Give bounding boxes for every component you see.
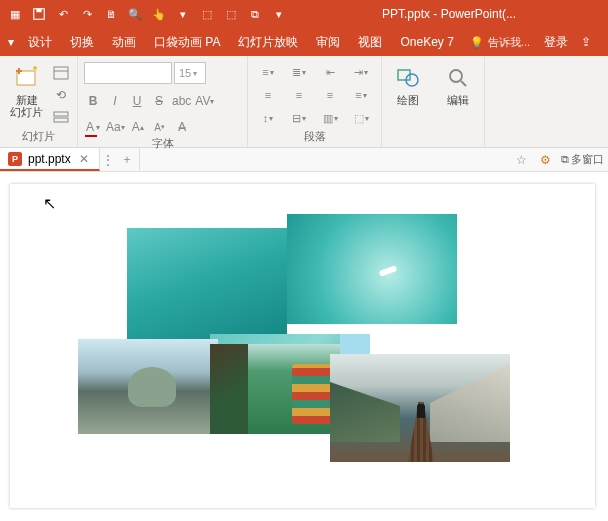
ribbon: 新建 幻灯片 ⟲ 幻灯片 15▾ B I U S abc AV▾ xyxy=(0,56,608,148)
sign-in-button[interactable]: 登录 xyxy=(538,34,574,51)
font-name-combo[interactable] xyxy=(84,62,172,84)
tab-transitions[interactable]: 切换 xyxy=(62,28,102,56)
editing-button[interactable]: 编辑 xyxy=(438,62,478,108)
shrink-font-button[interactable]: A▾ xyxy=(151,118,169,136)
svg-rect-6 xyxy=(54,112,68,116)
image-tropical-signs[interactable] xyxy=(210,344,340,434)
document-tab[interactable]: P ppt.pptx ✕ xyxy=(0,148,100,171)
ribbon-tab-strip: ▾ 设计 切换 动画 口袋动画 PA 幻灯片放映 审阅 视图 OneKey 7 … xyxy=(0,28,608,56)
close-tab-button[interactable]: ✕ xyxy=(77,152,91,166)
grow-font-button[interactable]: A▴ xyxy=(129,118,147,136)
tab-slideshow[interactable]: 幻灯片放映 xyxy=(230,28,306,56)
columns-button[interactable]: ▥▾ xyxy=(316,108,344,128)
group-font: 15▾ B I U S abc AV▾ A▾ Aa▾ A▴ A▾ A̶ 字体 xyxy=(78,56,248,147)
char-spacing-button[interactable]: AV▾ xyxy=(195,92,214,110)
image-person-detail xyxy=(417,404,425,418)
shadow-button[interactable]: abc xyxy=(172,92,191,110)
qa-save-icon[interactable] xyxy=(28,3,50,25)
align-center-button[interactable]: ≡ xyxy=(285,85,313,105)
svg-line-11 xyxy=(461,81,466,86)
title-bar: ▦ ↶ ↷ 🗎 🔍 👆 ▾ ⬚ ⬚ ⧉ ▾ PPT.pptx - PowerPo… xyxy=(0,0,608,28)
align-right-button[interactable]: ≡ xyxy=(316,85,344,105)
qa-doc-icon[interactable]: 🗎 xyxy=(100,3,122,25)
slide[interactable] xyxy=(10,184,595,508)
font-size-combo[interactable]: 15▾ xyxy=(174,62,206,84)
tab-pocket-anim[interactable]: 口袋动画 PA xyxy=(146,28,228,56)
align-vertical-button[interactable]: ⊟▾ xyxy=(285,108,313,128)
shapes-icon xyxy=(392,64,424,92)
document-tab-label: ppt.pptx xyxy=(28,152,71,166)
new-tab-button[interactable]: ＋ xyxy=(116,148,140,171)
reset-icon[interactable]: ⟲ xyxy=(51,86,71,104)
tell-me-search[interactable]: 💡告诉我... xyxy=(464,35,536,50)
layout-icon[interactable] xyxy=(51,64,71,82)
group-drawing: 绘图 编辑 xyxy=(382,56,485,147)
line-spacing-button[interactable]: ≡▾ xyxy=(347,85,375,105)
qa-redo-icon[interactable]: ↷ xyxy=(76,3,98,25)
qa-preview-icon[interactable]: 🔍 xyxy=(124,3,146,25)
section-icon[interactable] xyxy=(51,108,71,126)
group-slides: 新建 幻灯片 ⟲ 幻灯片 xyxy=(0,56,78,147)
tab-menu-button[interactable]: ⋮ xyxy=(100,148,116,171)
new-slide-label: 新建 幻灯片 xyxy=(10,94,43,118)
qa-tool1-icon[interactable]: ⬚ xyxy=(196,3,218,25)
powerpoint-file-icon: P xyxy=(8,152,22,166)
multiwin-icon: ⧉ xyxy=(561,153,569,166)
tab-view[interactable]: 视图 xyxy=(350,28,390,56)
slide-canvas-area[interactable]: ↖ xyxy=(0,172,608,521)
bulb-icon: 💡 xyxy=(470,36,484,49)
clear-formatting-button[interactable]: A̶ xyxy=(173,118,191,136)
document-tab-strip: P ppt.pptx ✕ ⋮ ＋ ☆ ⚙ ⧉多窗口 xyxy=(0,148,608,172)
image-rio-landscape[interactable] xyxy=(78,339,218,434)
find-icon xyxy=(442,64,474,92)
new-slide-icon xyxy=(11,64,43,92)
tab-animations[interactable]: 动画 xyxy=(104,28,144,56)
qa-tool3-icon[interactable]: ⧉ xyxy=(244,3,266,25)
multi-window-button[interactable]: ⧉多窗口 xyxy=(557,148,608,171)
settings-gear-icon[interactable]: ⚙ xyxy=(533,148,557,171)
tab-review[interactable]: 审阅 xyxy=(308,28,348,56)
qa-undo-icon[interactable]: ↶ xyxy=(52,3,74,25)
drawing-button[interactable]: 绘图 xyxy=(388,62,428,108)
qa-tool2-icon[interactable]: ⬚ xyxy=(220,3,242,25)
group-paragraph-label: 段落 xyxy=(254,129,375,145)
qa-dd2-icon[interactable]: ▾ xyxy=(268,3,290,25)
bullets-button[interactable]: ≡▾ xyxy=(254,62,282,82)
svg-rect-1 xyxy=(36,9,41,13)
bold-button[interactable]: B xyxy=(84,92,102,110)
underline-button[interactable]: U xyxy=(128,92,146,110)
svg-rect-4 xyxy=(54,67,68,79)
font-color-button[interactable]: A▾ xyxy=(84,118,102,136)
window-title: PPT.pptx - PowerPoint(... xyxy=(294,7,604,21)
smartart-button[interactable]: ⬚▾ xyxy=(347,108,375,128)
share-icon[interactable]: ⇪ xyxy=(576,35,596,49)
italic-button[interactable]: I xyxy=(106,92,124,110)
align-left-button[interactable]: ≡ xyxy=(254,85,282,105)
svg-point-10 xyxy=(450,70,462,82)
tab-design[interactable]: 设计 xyxy=(20,28,60,56)
quick-access-toolbar: ▦ ↶ ↷ 🗎 🔍 👆 ▾ ⬚ ⬚ ⧉ ▾ xyxy=(4,3,290,25)
group-paragraph: ≡▾ ≣▾ ⇤ ⇥▾ ≡ ≡ ≡ ≡▾ ↕▾ ⊟▾ ▥▾ ⬚▾ 段落 xyxy=(248,56,382,147)
slide-small-tools: ⟲ xyxy=(51,62,71,126)
strikethrough-button[interactable]: S xyxy=(150,92,168,110)
svg-rect-7 xyxy=(54,118,68,122)
text-direction-button[interactable]: ↕▾ xyxy=(254,108,282,128)
indent-decrease-button[interactable]: ⇤ xyxy=(316,62,344,82)
indent-increase-button[interactable]: ⇥▾ xyxy=(347,62,375,82)
new-slide-button[interactable]: 新建 幻灯片 xyxy=(6,62,47,120)
group-slides-label: 幻灯片 xyxy=(6,129,71,145)
favorite-icon[interactable]: ☆ xyxy=(509,148,533,171)
qa-touch-icon[interactable]: 👆 xyxy=(148,3,170,25)
image-ocean-kayak[interactable] xyxy=(287,214,457,324)
change-case-button[interactable]: Aa▾ xyxy=(106,118,125,136)
file-menu-caret[interactable]: ▾ xyxy=(4,35,18,49)
numbering-button[interactable]: ≣▾ xyxy=(285,62,313,82)
qa-dd-icon[interactable]: ▾ xyxy=(172,3,194,25)
tab-onekey[interactable]: OneKey 7 xyxy=(392,28,461,56)
qa-grid-icon[interactable]: ▦ xyxy=(4,3,26,25)
svg-point-3 xyxy=(33,66,37,70)
